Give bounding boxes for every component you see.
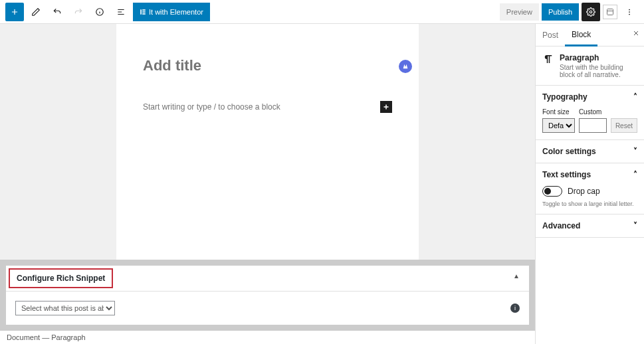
toolbar-left: It with Elementor — [5, 3, 210, 21]
redo-button[interactable] — [69, 3, 88, 21]
dropcap-toggle[interactable] — [542, 186, 562, 197]
publish-button[interactable]: Publish — [542, 3, 579, 21]
dropcap-help: Toggle to show a large initial letter. — [542, 201, 637, 207]
inline-add-block-button[interactable] — [380, 101, 392, 113]
undo-button[interactable] — [48, 3, 66, 21]
edit-mode-button[interactable] — [27, 3, 45, 21]
editor-content: Add title Start writing or type / to cho… — [116, 24, 419, 260]
info-button[interactable] — [90, 3, 109, 21]
post-title-input[interactable]: Add title — [143, 57, 392, 74]
redo-icon — [74, 7, 83, 17]
svg-point-7 — [629, 9, 630, 10]
color-settings-toggle[interactable]: Color settings ˅ — [542, 147, 637, 156]
paragraph-block[interactable]: Start writing or type / to choose a bloc… — [143, 101, 392, 113]
more-vertical-icon — [625, 7, 634, 17]
block-description-text: Start with the building block of all nar… — [560, 64, 637, 78]
yoast-badge-icon[interactable] — [399, 60, 412, 73]
info-icon — [95, 7, 104, 17]
font-size-select[interactable]: Default — [542, 118, 575, 133]
svg-rect-1 — [140, 9, 142, 15]
chevron-down-icon: ˅ — [633, 221, 637, 230]
metabox-area: Configure Rich Snippet ▲ Select what thi… — [0, 260, 535, 331]
preview-button[interactable]: Preview — [500, 3, 539, 21]
svg-rect-4 — [142, 13, 146, 15]
editor-top-toolbar: It with Elementor Preview Publish — [0, 0, 644, 24]
breadcrumb-block: Paragraph — [51, 333, 85, 341]
info-icon[interactable]: i — [510, 303, 520, 313]
chevron-up-icon: ˄ — [633, 92, 637, 102]
elementor-label: It with Elementor — [149, 8, 203, 16]
svg-rect-2 — [142, 9, 146, 11]
settings-sidebar: Post Block Paragraph Start with the buil… — [535, 24, 644, 344]
custom-size-label: Custom — [579, 108, 607, 116]
chevron-down-icon: ˅ — [633, 147, 637, 156]
close-icon — [632, 29, 640, 37]
paragraph-block-icon — [542, 53, 554, 78]
plus-icon — [382, 103, 390, 111]
advanced-toggle[interactable]: Advanced ˅ — [542, 221, 637, 230]
font-size-label: Font size — [542, 108, 575, 116]
block-description: Paragraph Start with the building block … — [536, 46, 644, 86]
svg-rect-3 — [142, 11, 146, 13]
sidebar-tabs: Post Block — [536, 24, 644, 46]
typography-toggle[interactable]: Typography ˄ — [542, 92, 637, 102]
block-name: Paragraph — [560, 53, 637, 62]
gear-icon — [586, 7, 595, 17]
tab-post[interactable]: Post — [536, 24, 565, 46]
rich-snippet-title: Configure Rich Snippet — [9, 268, 113, 288]
custom-size-input[interactable] — [579, 118, 607, 133]
editor-canvas: Add title Start writing or type / to cho… — [0, 24, 535, 260]
chevron-up-icon: ˄ — [633, 170, 637, 179]
text-settings-toggle[interactable]: Text settings ˄ — [542, 170, 637, 179]
editor-column: Add title Start writing or type / to cho… — [0, 24, 535, 344]
svg-point-9 — [629, 13, 630, 15]
color-settings-panel: Color settings ˅ — [536, 140, 644, 163]
edit-with-elementor-button[interactable]: It with Elementor — [133, 3, 210, 21]
svg-rect-6 — [607, 9, 613, 15]
dropcap-label: Drop cap — [568, 187, 600, 196]
paragraph-placeholder: Start writing or type / to choose a bloc… — [143, 102, 280, 112]
text-settings-panel: Text settings ˄ Drop cap Toggle to show … — [536, 163, 644, 215]
settings-button[interactable] — [582, 3, 600, 21]
undo-icon — [53, 7, 62, 17]
advanced-panel: Advanced ˅ — [536, 215, 644, 238]
pinned-plugin-button[interactable] — [603, 5, 617, 19]
breadcrumb-document: Document — [7, 333, 40, 341]
outline-button[interactable] — [112, 3, 130, 21]
elementor-icon — [140, 9, 146, 15]
typography-panel: Typography ˄ Font size Default Custom — [536, 86, 644, 140]
block-breadcrumb[interactable]: Document — Paragraph — [0, 331, 535, 344]
outline-icon — [116, 7, 126, 17]
toolbar-right: Preview Publish — [500, 3, 639, 21]
rich-snippet-panel: Configure Rich Snippet ▲ Select what thi… — [5, 265, 530, 325]
rich-snippet-body: Select what this post is about i — [6, 291, 529, 325]
more-options-button[interactable] — [620, 3, 639, 21]
plus-icon — [10, 7, 19, 17]
svg-point-5 — [590, 11, 592, 13]
tab-block[interactable]: Block — [565, 25, 597, 46]
snippet-header-row[interactable]: Configure Rich Snippet ▲ — [6, 266, 529, 291]
svg-point-8 — [629, 11, 630, 13]
workspace: Add title Start writing or type / to cho… — [0, 24, 644, 344]
add-block-toggle[interactable] — [5, 3, 24, 21]
plugin-icon — [606, 8, 614, 16]
chevron-up-icon[interactable]: ▲ — [504, 266, 529, 286]
reset-font-size-button[interactable]: Reset — [611, 118, 637, 133]
snippet-type-select[interactable]: Select what this post is about — [15, 301, 115, 315]
pencil-icon — [31, 7, 41, 17]
close-sidebar-button[interactable] — [632, 29, 640, 37]
